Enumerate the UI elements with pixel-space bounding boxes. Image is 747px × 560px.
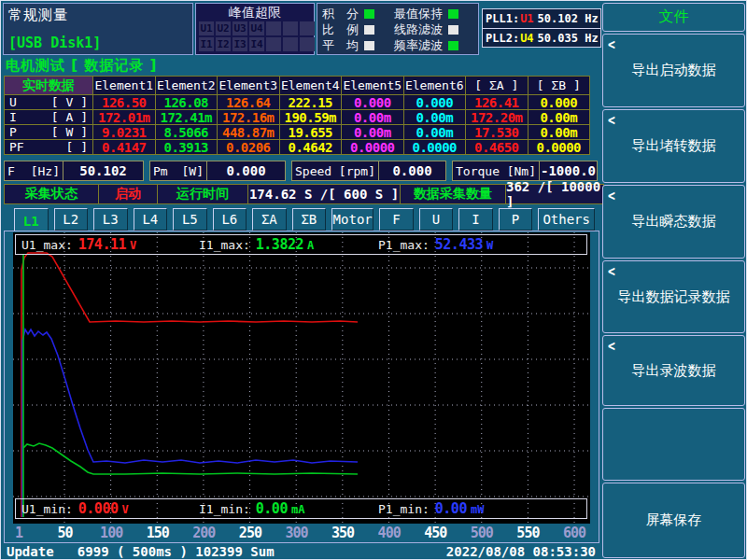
table-value: 0.3913 [156, 140, 218, 154]
x-tick-label: 350 [324, 525, 361, 541]
x-tick-label: 300 [278, 525, 316, 541]
chevron-left-icon: < [608, 36, 615, 53]
measure-label: Torque[Nm] [452, 161, 540, 181]
sidebar-button-导出启动数据[interactable]: <导出启动数据 [602, 34, 745, 107]
indicator-label: 线路滤波 [394, 21, 443, 38]
tab-l3[interactable]: L3 [93, 208, 128, 231]
table-value: 0.00m [529, 110, 590, 124]
measure-label: Speed[rpm] [291, 161, 379, 181]
table-value: 0.000 [404, 95, 466, 109]
table-value: 172.16m [218, 110, 279, 124]
tab-σa[interactable]: ΣA [252, 208, 287, 231]
row-unit: [ V ] [51, 95, 88, 109]
sidebar-button-empty[interactable] [602, 408, 745, 481]
led-on-icon [448, 9, 458, 19]
tab-i[interactable]: I [458, 208, 493, 231]
sidebar-button-导出数据记录数据[interactable]: <导出数据记录数据 [602, 260, 745, 333]
file-menu-sidebar: 文件 <导出启动数据<导出堵转数据<导出瞬态数据<导出数据记录数据<导出录波数据… [602, 3, 745, 559]
measure-group: Speed[rpm]0.000 [291, 161, 446, 181]
measure-readout: U1_min:0.000V [21, 500, 129, 517]
tab-f[interactable]: F [379, 208, 414, 231]
tab-l2[interactable]: L2 [54, 208, 89, 231]
tab-l1[interactable]: L1 [14, 208, 49, 233]
page-title: 常规测量 [8, 7, 68, 24]
mode-box: 常规测量 [USB Disk1] [3, 3, 193, 55]
measure-value: 0.000 [379, 161, 446, 181]
trace-p1 [22, 329, 358, 517]
tab-σb[interactable]: ΣB [292, 208, 327, 231]
measure-group: Torque[Nm]-1000.0 [452, 161, 598, 181]
row-label: P[ W ] [5, 125, 92, 139]
measure-readout: P1_max:52.433W [378, 236, 493, 253]
tab-l5[interactable]: L5 [173, 208, 207, 231]
x-tick-label: 400 [371, 525, 408, 541]
table-value: 222.15 [280, 95, 342, 109]
x-tick-label: 450 [416, 525, 454, 541]
table-value: 126.08 [156, 95, 218, 109]
sidebar-button-导出堵转数据[interactable]: <导出堵转数据 [602, 109, 745, 183]
column-header: Element2 [156, 77, 218, 94]
readout-label: P1_max: [378, 238, 430, 252]
sample-count-label: 数据采集数量 [401, 185, 505, 203]
table-value: 190.59m [280, 110, 342, 124]
column-header: Element1 [93, 77, 155, 94]
measure-value: 0.000 [207, 161, 286, 181]
indicator-label: 比 例 [322, 21, 359, 38]
x-tick-label: 1 [0, 525, 37, 541]
pll-frequency: 50.102 Hz [538, 12, 599, 25]
column-header: [ ΣA ] [466, 77, 528, 94]
pll-box: PLL1:U150.102 HzPLL2:U450.035 Hz [482, 8, 601, 48]
motor-measure-row: F[Hz]50.102Pm[W]0.000Speed[rpm]0.000Torq… [4, 161, 598, 181]
table-value: 19.655 [280, 125, 342, 139]
peak-cell: I4 [249, 37, 264, 51]
peak-over-limit-title: 峰值超限 [196, 5, 314, 21]
tab-others[interactable]: Others [538, 208, 595, 231]
row-unit: [ A ] [51, 110, 88, 124]
tab-p[interactable]: P [499, 208, 533, 231]
indicator-column-left: 积 分比 例平 均 [322, 7, 374, 52]
row-unit: [ ] [66, 140, 88, 154]
table-value: 0.00m [529, 125, 590, 139]
table-value: 0.000 [529, 95, 590, 109]
tab-motor[interactable]: Motor [331, 208, 374, 231]
peak-cell [300, 21, 315, 35]
tab-l4[interactable]: L4 [134, 208, 168, 231]
measure-label: Pm[W] [149, 161, 207, 181]
measure-readout: P1_min:0.00mW [378, 500, 484, 517]
sample-count-value: 362 /[ 10000 ] [506, 185, 603, 203]
table-value: 172.41m [156, 110, 218, 124]
table-value: 0.0000 [529, 140, 590, 154]
led-off-icon [448, 25, 458, 35]
measure-unit: [rpm] [339, 164, 375, 178]
row-name: I [9, 110, 17, 124]
row-name: P [9, 125, 17, 139]
sidebar-button-label: 导出启动数据 [632, 62, 716, 79]
indicator-row: 线路滤波 [394, 22, 458, 36]
table-value: 0.00m [342, 110, 403, 124]
readout-value: 174.11 [78, 236, 126, 253]
column-header: Element5 [342, 77, 403, 94]
table-value: 8.5066 [156, 125, 218, 139]
readout-unit: mA [291, 503, 304, 516]
led-on-icon [364, 9, 374, 19]
sidebar-button-导出瞬态数据[interactable]: <导出瞬态数据 [602, 185, 745, 259]
readout-value: 1.3822 [256, 236, 303, 253]
table-value: 17.530 [466, 125, 528, 139]
min-values-strip: U1_min:0.000VI1_min:0.00mAP1_min:0.00mW [15, 498, 587, 519]
pll-source: U4 [520, 32, 533, 45]
tab-u[interactable]: U [419, 208, 454, 231]
readout-value: 52.433 [435, 236, 483, 253]
peak-cell: I2 [216, 37, 231, 51]
x-tick-label: 100 [92, 525, 130, 541]
peak-cell [266, 21, 281, 35]
peak-cell: I1 [199, 37, 214, 51]
sidebar-button-屏幕保存[interactable]: 屏幕保存 [602, 483, 745, 558]
x-axis: 150100150200250300350400450500550600 [13, 525, 592, 542]
pll-source: U1 [520, 12, 533, 25]
sidebar-button-导出录波数据[interactable]: <导出录波数据 [602, 335, 745, 406]
chevron-left-icon: < [608, 112, 615, 129]
tab-l6[interactable]: L6 [213, 208, 247, 231]
chevron-left-icon: < [608, 338, 615, 355]
readout-unit: V [130, 239, 136, 252]
row-label: PF[ ] [5, 140, 92, 154]
